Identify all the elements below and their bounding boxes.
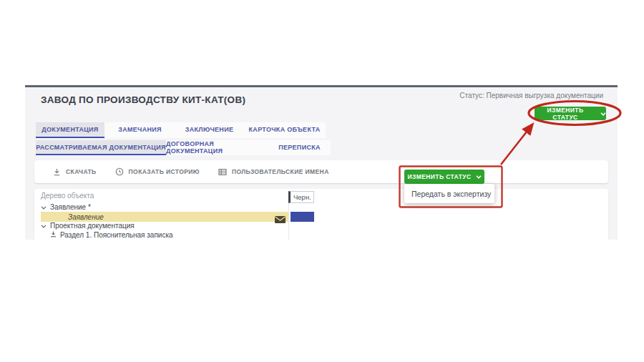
tab-label: ЗАКЛЮЧЕНИЕ <box>185 126 233 133</box>
tree-item-application-group[interactable]: Заявление * <box>41 203 91 211</box>
primary-tabbar: ДОКУМЕНТАЦИЯ ЗАМЕЧАНИЯ ЗАКЛЮЧЕНИЕ КАРТОЧ… <box>36 122 326 138</box>
history-clock-icon <box>115 167 124 176</box>
change-status-button-header[interactable]: ИЗМЕНИТЬ СТАТУС <box>535 107 606 120</box>
download-icon <box>50 231 57 239</box>
tab-documentation[interactable]: ДОКУМЕНТАЦИЯ <box>36 122 104 138</box>
draft-status-cell[interactable] <box>291 212 314 222</box>
tree-item-application-selected[interactable]: Заявление <box>41 212 288 222</box>
download-icon <box>53 168 61 176</box>
user-names-button[interactable]: ПОЛЬЗОВАТЕЛЬСКИЕ ИМЕНА <box>218 168 329 176</box>
tab-label: ЗАМЕЧАНИЯ <box>118 126 162 133</box>
change-status-dropdown-button[interactable]: ИЗМЕНИТЬ СТАТУС <box>404 170 484 184</box>
status-dropdown-menu: Передать в экспертизу <box>404 184 494 203</box>
menu-item-send-to-expertise[interactable]: Передать в экспертизу <box>411 190 491 198</box>
tree-item-label: Заявление <box>68 213 104 221</box>
show-history-button[interactable]: ПОКАЗАТЬ ИСТОРИЮ <box>115 167 200 176</box>
tab-label: ДОКУМЕНТАЦИЯ <box>42 126 98 133</box>
object-tree-card: Дерево объекта Черн. Заявление * Заявлен… <box>34 189 608 240</box>
tab-reviewed-documentation[interactable]: РАССМАТРИВАЕМАЯ ДОКУМЕНТАЦИЯ <box>36 140 166 155</box>
change-status-dropdown-label: ИЗМЕНИТЬ СТАТУС <box>407 173 471 180</box>
tab-conclusion[interactable]: ЗАКЛЮЧЕНИЕ <box>175 122 243 138</box>
change-status-button-label: ИЗМЕНИТЬ СТАТУС <box>535 107 596 121</box>
download-button[interactable]: СКАЧАТЬ <box>53 168 97 176</box>
user-names-list-icon <box>218 168 227 176</box>
tab-contract-documentation[interactable]: ДОГОВОРНАЯ ДОКУМЕНТАЦИЯ <box>166 140 268 155</box>
tree-item-label: Раздел 1. Пояснительная записка <box>60 231 173 239</box>
tab-remarks[interactable]: ЗАМЕЧАНИЯ <box>104 122 175 138</box>
tree-item-label: Заявление * <box>50 203 91 211</box>
chevron-down-icon <box>600 110 606 117</box>
status-label: Статус: Первичная выгрузка документации <box>459 92 603 99</box>
chevron-down-icon <box>476 173 482 180</box>
page-title: ЗАВОД ПО ПРОИЗВОДСТВУ КИТ-КАТ(ОВ) <box>41 94 245 105</box>
main-panel: ЗАВОД ПО ПРОИЗВОДСТВУ КИТ-КАТ(ОВ) Статус… <box>25 85 618 240</box>
tree-item-project-documentation[interactable]: Проектная документация <box>41 222 135 230</box>
user-names-label: ПОЛЬЗОВАТЕЛЬСКИЕ ИМЕНА <box>232 168 329 175</box>
tab-correspondence[interactable]: ПЕРЕПИСКА <box>268 140 331 155</box>
screenshot-canvas: ЗАВОД ПО ПРОИЗВОДСТВУ КИТ-КАТ(ОВ) Статус… <box>0 0 644 362</box>
secondary-tabbar: РАССМАТРИВАЕМАЯ ДОКУМЕНТАЦИЯ ДОГОВОРНАЯ … <box>36 140 331 155</box>
tab-label: РАССМАТРИВАЕМАЯ ДОКУМЕНТАЦИЯ <box>36 144 165 151</box>
tree-item-label: Проектная документация <box>50 222 135 230</box>
tab-label: КАРТОЧКА ОБЪЕКТА <box>249 126 321 133</box>
draft-column-header: Черн. <box>288 191 314 203</box>
show-history-label: ПОКАЗАТЬ ИСТОРИЮ <box>129 168 200 175</box>
tab-label: ДОГОВОРНАЯ ДОКУМЕНТАЦИЯ <box>166 140 268 155</box>
tab-label: ПЕРЕПИСКА <box>278 144 321 151</box>
download-label: СКАЧАТЬ <box>66 168 97 175</box>
tab-object-card[interactable]: КАРТОЧКА ОБЪЕКТА <box>243 122 326 138</box>
chevron-down-icon[interactable] <box>41 203 47 211</box>
chevron-down-icon[interactable] <box>41 222 47 230</box>
tree-item-section-1[interactable]: Раздел 1. Пояснительная записка <box>50 231 173 239</box>
toolbar: СКАЧАТЬ ПОКАЗАТЬ ИСТОРИЮ ПОЛЬЗОВАТЕЛЬСКИ… <box>34 160 608 183</box>
mail-icon <box>275 213 286 226</box>
draft-column-label: Черн. <box>293 193 311 201</box>
object-tree-heading: Дерево объекта <box>41 192 94 200</box>
